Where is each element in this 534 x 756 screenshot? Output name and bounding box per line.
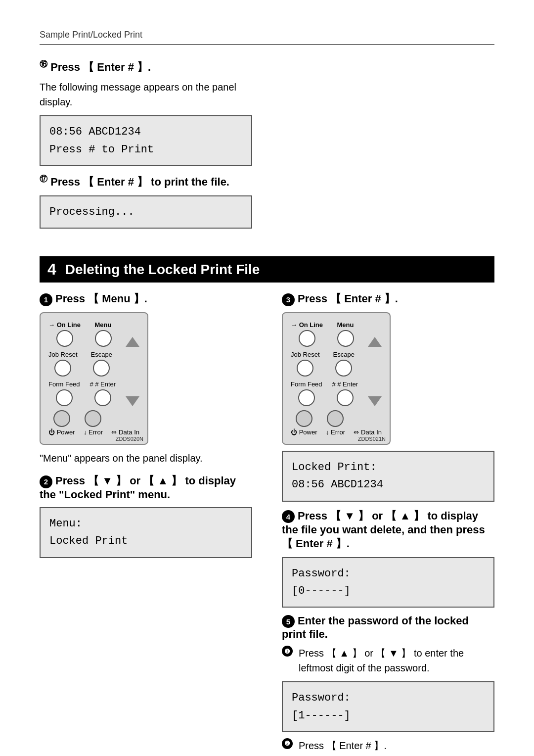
- step1-heading: 1Press 【 Menu 】.: [40, 291, 252, 306]
- step17-heading: ⑰ Press 【 Enter # 】 to print the file.: [40, 174, 252, 189]
- panel2-hashenter-label: # # Enter: [332, 380, 358, 388]
- step1-desc: "Menu" appears on the panel display.: [40, 451, 252, 466]
- breadcrumb: Sample Print/Locked Print: [40, 30, 494, 45]
- panel1-hashenter-label: # # Enter: [89, 380, 116, 388]
- panel1-error-label: ↓ Error: [84, 428, 103, 436]
- lcd-password2-box: Password: [1------]: [282, 681, 494, 732]
- panel1-arrows: [126, 337, 139, 347]
- arrow-down-icon-2: [368, 396, 382, 406]
- panel1-jobreset-btn: [54, 360, 71, 377]
- left-col: 1Press 【 Menu 】. → On Line Menu: [40, 291, 252, 564]
- substep-a: ❶ Press 【 ▲ 】 or 【 ▼ 】 to enter the left…: [282, 646, 494, 675]
- panel1-zdds: ZDDS020N: [116, 436, 143, 442]
- panel2-hashenter-btn: [337, 389, 354, 406]
- panel2-escape-btn: [335, 360, 352, 377]
- panel1-datain-label: ⇔ Data In: [111, 428, 139, 436]
- panel1-escape-btn: [93, 360, 110, 377]
- right-col: 3Press 【 Enter # 】. → On Line Menu Jo: [282, 291, 494, 756]
- lcd-menu-box: Menu: Locked Print: [40, 507, 252, 558]
- panel1-online-label: → On Line: [48, 321, 81, 329]
- panel1-menu-btn: [95, 330, 112, 347]
- panel2-power-btn: [296, 410, 312, 427]
- panel2-formfeed-btn: [298, 389, 315, 406]
- panel1-error-btn: [85, 410, 101, 427]
- arrow-down-icon: [126, 396, 139, 406]
- panel1-arrow-down-col: [126, 396, 139, 406]
- lcd-password1-box: Password: [0------]: [282, 557, 494, 608]
- panel2-menu-label: Menu: [337, 321, 354, 329]
- panel1-menu-label: Menu: [95, 321, 112, 329]
- step2-heading: 2Press 【 ▼ 】 or 【 ▲ 】 to display the "Lo…: [40, 473, 252, 501]
- panel2-power-label: ⏻ Power: [291, 428, 317, 436]
- step16-heading: ⑯ Press 【 Enter # 】.: [40, 59, 252, 75]
- panel2-arrows: [368, 337, 382, 347]
- panel2-error-label: ↓ Error: [326, 428, 345, 436]
- panel1-formfeed-label: Form Feed: [48, 380, 80, 388]
- panel2-error-btn: [327, 410, 344, 427]
- lcd-box-1: 08:56 ABCD1234 Press # to Print: [40, 115, 252, 166]
- panel2-jobreset-btn: [297, 360, 313, 377]
- printer-panel-1: → On Line Menu Job Reset Escape: [40, 312, 148, 445]
- panel2-jobreset-label: Job Reset: [291, 351, 320, 358]
- step16-row: ⑯ Press 【 Enter # 】. The following messa…: [40, 59, 252, 235]
- step3-heading: 3Press 【 Enter # 】.: [282, 291, 494, 306]
- top-right-col: [282, 59, 494, 241]
- top-left-col: ⑯ Press 【 Enter # 】. The following messa…: [40, 59, 252, 241]
- substep-b: ❷ Press 【 Enter # 】.: [282, 738, 494, 753]
- panel1-power-label: ⏻ Power: [48, 428, 75, 436]
- panel2-online-label: → On Line: [291, 321, 323, 329]
- panel2-menu-btn: [337, 330, 354, 347]
- panel1-escape-label: Escape: [91, 351, 112, 358]
- arrow-up-icon-2: [368, 337, 382, 347]
- panel2-zdds: ZDDS021N: [358, 436, 386, 442]
- section-title: Deleting the Locked Print File: [65, 262, 260, 278]
- panel2-online-btn: [299, 330, 315, 347]
- arrow-up-icon: [126, 337, 139, 347]
- printer-panel-2: → On Line Menu Job Reset Escape: [282, 312, 391, 445]
- panel2-datain-label: ⇔ Data In: [354, 428, 382, 436]
- section-number: 4: [47, 260, 56, 279]
- lcd-locked-box: Locked Print: 08:56 ABCD1234: [282, 451, 494, 501]
- section4-header: 4 Deleting the Locked Print File: [40, 256, 494, 283]
- panel1-formfeed-btn: [56, 389, 73, 406]
- panel1-jobreset-label: Job Reset: [48, 351, 78, 358]
- panel1-hashenter-btn: [94, 389, 111, 406]
- lcd-box-2: Processing...: [40, 195, 252, 229]
- panel1-power-btn: [53, 410, 70, 427]
- panel2-formfeed-label: Form Feed: [291, 380, 322, 388]
- step5-heading: 5Enter the password of the locked print …: [282, 614, 494, 641]
- panel2-escape-label: Escape: [333, 351, 355, 358]
- step4-heading: 4Press 【 ▼ 】 or 【 ▲ 】 to display the fil…: [282, 509, 494, 551]
- panel2-arrow-down-col: [368, 396, 382, 406]
- step16-desc: The following message appears on the pan…: [40, 80, 252, 109]
- panel1-online-btn: [56, 330, 73, 347]
